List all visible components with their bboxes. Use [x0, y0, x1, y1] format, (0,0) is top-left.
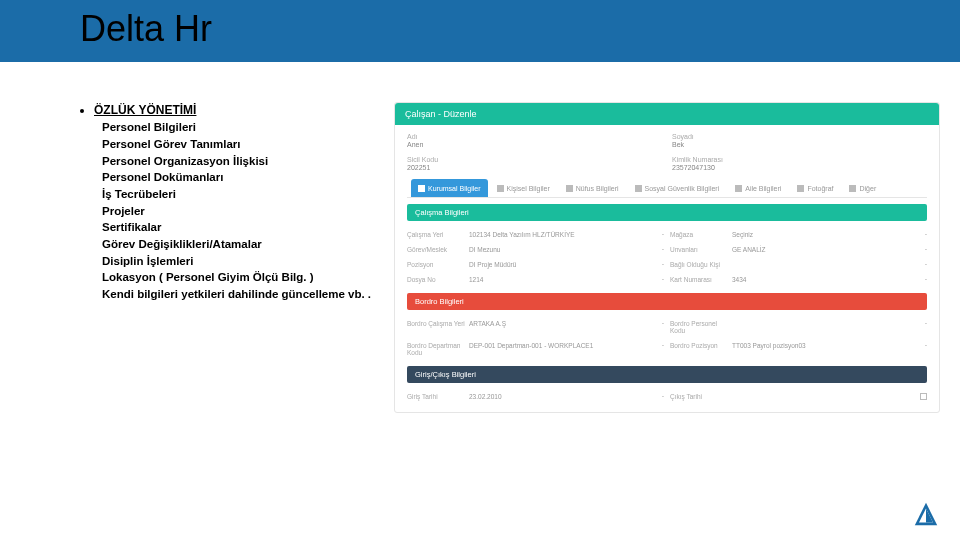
field-value[interactable]: DI Proje Müdürü — [469, 261, 636, 268]
field-value[interactable]: ARTAKA A.Ş — [469, 320, 636, 334]
outline-section: ÖZLÜK YÖNETİMİ Personel BilgileriPersone… — [94, 102, 380, 303]
form-row: Giriş Tarihi23.02.2010·Çıkış Tarihi — [407, 389, 927, 404]
field-value[interactable] — [732, 261, 899, 268]
dropdown-icon[interactable]: · — [642, 342, 664, 356]
row-action[interactable]: · — [905, 320, 927, 334]
field-value[interactable]: DI Mezunu — [469, 246, 636, 253]
tab-2[interactable]: Nüfus Bilgileri — [559, 179, 626, 197]
row-action[interactable] — [905, 393, 927, 400]
sicil-label: Sicil Kodu — [407, 156, 662, 163]
field-value[interactable]: Seçiniz — [732, 231, 899, 238]
calendar-icon[interactable] — [920, 393, 927, 400]
tab-icon — [497, 185, 504, 192]
outline-item: Personel Görev Tanımları — [102, 136, 380, 153]
tab-4[interactable]: Aile Bilgileri — [728, 179, 788, 197]
form-row: Dosya No1214·Kart Numarası3434· — [407, 272, 927, 287]
field-label: Çıkış Tarihi — [670, 393, 732, 400]
outline-item: Kendi bilgileri yetkileri dahilinde günc… — [102, 286, 380, 303]
row-action[interactable]: · — [905, 231, 927, 238]
field-label: Bordro Pozisyon — [670, 342, 732, 356]
field-label: Mağaza — [670, 231, 732, 238]
tab-label: Fotoğraf — [807, 185, 833, 192]
outline-item: İş Tecrübeleri — [102, 186, 380, 203]
outline-items: Personel BilgileriPersonel Görev Tanımla… — [94, 119, 380, 302]
tab-label: Kurumsal Bilgiler — [428, 185, 481, 192]
kimlik-label: Kimlik Numarası — [672, 156, 927, 163]
tab-icon — [797, 185, 804, 192]
header-bar: Delta Hr — [0, 0, 960, 62]
tab-icon — [635, 185, 642, 192]
form-row: Bordro Çalışma YeriARTAKA A.Ş·Bordro Per… — [407, 316, 927, 338]
outline-item: Personel Dokümanları — [102, 169, 380, 186]
app-title: Delta Hr — [80, 8, 960, 50]
soyad-label: Soyadı — [672, 133, 927, 140]
dropdown-icon[interactable]: · — [642, 320, 664, 334]
tab-label: Diğer — [859, 185, 876, 192]
dropdown-icon[interactable]: · — [642, 231, 664, 238]
ad-label: Adı — [407, 133, 662, 140]
section-giris-title: Giriş/Çıkış Bilgileri — [407, 366, 927, 383]
outline-item: Personel Organizasyon İlişkisi — [102, 153, 380, 170]
tab-icon — [566, 185, 573, 192]
tab-0[interactable]: Kurumsal Bilgiler — [411, 179, 488, 197]
tab-label: Kişisel Bilgiler — [507, 185, 550, 192]
ad-value[interactable]: Anen — [407, 141, 423, 148]
field-value[interactable]: DEP-001 Departman-001 - WORKPLACE1 — [469, 342, 636, 356]
outline-item: Görev Değişiklikleri/Atamalar — [102, 236, 380, 253]
field-label: Unvanları — [670, 246, 732, 253]
tab-1[interactable]: Kişisel Bilgiler — [490, 179, 557, 197]
field-label: Bordro Departman Kodu — [407, 342, 469, 356]
outline-section-title: ÖZLÜK YÖNETİMİ — [94, 103, 196, 117]
field-value[interactable] — [732, 393, 899, 400]
tab-icon — [849, 185, 856, 192]
field-value[interactable]: 1214 — [469, 276, 636, 283]
field-label: Bordro Çalışma Yeri — [407, 320, 469, 334]
field-value[interactable]: 23.02.2010 — [469, 393, 636, 400]
section-calisma-title: Çalışma Bilgileri — [407, 204, 927, 221]
field-label: Çalışma Yeri — [407, 231, 469, 238]
field-value[interactable] — [732, 320, 899, 334]
tab-3[interactable]: Sosyal Güvenlik Bilgileri — [628, 179, 727, 197]
left-outline: ÖZLÜK YÖNETİMİ Personel BilgileriPersone… — [80, 102, 380, 419]
tab-label: Sosyal Güvenlik Bilgileri — [645, 185, 720, 192]
form-row: Görev/MeslekDI Mezunu·UnvanlarıGE ANALİZ… — [407, 242, 927, 257]
kimlik-value[interactable]: 23572047130 — [672, 164, 715, 171]
soyad-value[interactable]: Bek — [672, 141, 684, 148]
field-label: Bağlı Olduğu Kişi — [670, 261, 732, 268]
tab-icon — [735, 185, 742, 192]
field-label: Kart Numarası — [670, 276, 732, 283]
outline-item: Projeler — [102, 203, 380, 220]
row-action[interactable]: · — [905, 342, 927, 356]
tab-label: Nüfus Bilgileri — [576, 185, 619, 192]
field-value[interactable]: GE ANALİZ — [732, 246, 899, 253]
field-value[interactable]: TT003 Payrol pozisyon03 — [732, 342, 899, 356]
form-row: Bordro Departman KoduDEP-001 Departman-0… — [407, 338, 927, 360]
field-label: Giriş Tarihi — [407, 393, 469, 400]
tab-bar: Kurumsal BilgilerKişisel BilgilerNüfus B… — [407, 179, 927, 198]
outline-item: Personel Bilgileri — [102, 119, 380, 136]
form-row: PozisyonDI Proje Müdürü·Bağlı Olduğu Kiş… — [407, 257, 927, 272]
tab-5[interactable]: Fotoğraf — [790, 179, 840, 197]
form-row: Çalışma Yeri102134 Delta Yazılım HLZ/TÜR… — [407, 227, 927, 242]
outline-item: Disiplin İşlemleri — [102, 253, 380, 270]
field-label: Görev/Meslek — [407, 246, 469, 253]
panel-body: Adı Anen Soyadı Bek Sicil Kodu 202251 Ki… — [395, 125, 939, 412]
row-action[interactable]: · — [905, 246, 927, 253]
app-screenshot-panel: Çalışan - Düzenle Adı Anen Soyadı Bek Si… — [394, 102, 940, 419]
field-label: Bordro Personel Kodu — [670, 320, 732, 334]
triangle-logo-icon — [912, 500, 940, 528]
tab-icon — [418, 185, 425, 192]
sicil-value[interactable]: 202251 — [407, 164, 430, 171]
dropdown-icon[interactable]: · — [642, 393, 664, 400]
dropdown-icon[interactable]: · — [642, 261, 664, 268]
row-action[interactable]: · — [905, 276, 927, 283]
row-action[interactable]: · — [905, 261, 927, 268]
tab-6[interactable]: Diğer — [842, 179, 883, 197]
dropdown-icon[interactable]: · — [642, 246, 664, 253]
field-value[interactable]: 102134 Delta Yazılım HLZ/TÜRKİYE — [469, 231, 636, 238]
field-value[interactable]: 3434 — [732, 276, 899, 283]
tab-label: Aile Bilgileri — [745, 185, 781, 192]
dropdown-icon[interactable]: · — [642, 276, 664, 283]
footer-logo — [912, 500, 940, 532]
panel-title: Çalışan - Düzenle — [395, 103, 939, 125]
